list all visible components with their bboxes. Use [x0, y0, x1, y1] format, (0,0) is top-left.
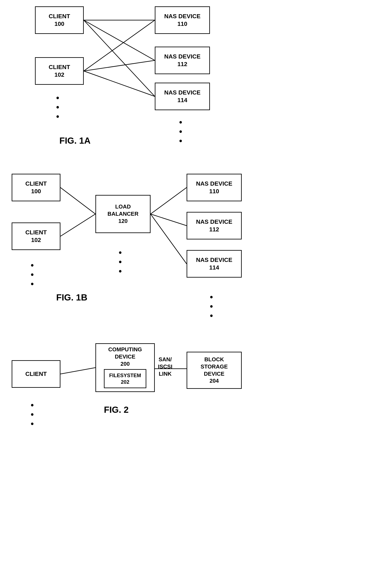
svg-line-9	[151, 214, 187, 226]
svg-line-7	[60, 214, 95, 236]
nas-110-box-1a: NAS DEVICE 110	[155, 6, 210, 34]
client-100-box-1b: CLIENT 100	[12, 174, 60, 201]
fig-1a-label: FIG. 1A	[59, 136, 90, 146]
filesystem-box: FILESYSTEM 202	[104, 369, 146, 388]
svg-line-5	[84, 71, 155, 96]
client-100-label-1b: CLIENT 100	[25, 180, 47, 195]
fig-1b-label: FIG. 1B	[56, 293, 87, 303]
load-balancer-box: LOAD BALANCER 120	[95, 195, 151, 233]
dots-left-1a: •••	[56, 93, 60, 121]
dots-left-2: •••	[31, 400, 34, 428]
dots-right-1b: •••	[210, 293, 213, 320]
nas-114-box-1b: NAS DEVICE 114	[187, 250, 242, 278]
nas-110-label-1b: NAS DEVICE 110	[196, 180, 232, 195]
nas-114-box-1a: NAS DEVICE 114	[155, 83, 210, 110]
nas-112-box-1b: NAS DEVICE 112	[187, 212, 242, 239]
dots-center-1b: •••	[119, 248, 122, 276]
nas-112-label-1b: NAS DEVICE 112	[196, 218, 232, 233]
svg-line-1	[84, 20, 155, 60]
dots-left-1b: •••	[31, 261, 34, 289]
nas-110-box-1b: NAS DEVICE 110	[187, 174, 242, 201]
client-label-2: CLIENT	[25, 370, 47, 378]
san-iscsi-label: SAN/ ISCSI LINK	[158, 356, 172, 377]
nas-112-label-1a: NAS DEVICE 112	[164, 53, 200, 68]
svg-line-10	[151, 214, 187, 264]
svg-line-3	[84, 20, 155, 71]
nas-110-label-1a: NAS DEVICE 110	[164, 13, 200, 28]
block-storage-label: BLOCK STORAGE DEVICE 204	[201, 356, 228, 385]
computing-device-box: COMPUTING DEVICE 200 FILESYSTEM 202	[95, 343, 155, 392]
svg-line-2	[84, 20, 155, 96]
fig-2-label: FIG. 2	[104, 405, 129, 415]
dots-right-1a: •••	[179, 118, 182, 146]
client-102-label-1a: CLIENT 102	[48, 63, 70, 79]
filesystem-label: FILESYSTEM 202	[109, 372, 141, 385]
client-102-box-1a: CLIENT 102	[35, 57, 84, 85]
nas-114-label-1b: NAS DEVICE 114	[196, 256, 232, 272]
svg-line-6	[60, 188, 95, 214]
client-box-2: CLIENT	[12, 360, 60, 388]
nas-112-box-1a: NAS DEVICE 112	[155, 47, 210, 74]
nas-114-label-1a: NAS DEVICE 114	[164, 89, 200, 104]
computing-device-label: COMPUTING DEVICE 200	[96, 346, 154, 367]
client-100-label-1a: CLIENT 100	[48, 13, 70, 28]
client-100-box-1a: CLIENT 100	[35, 6, 84, 34]
svg-line-11	[60, 368, 95, 374]
block-storage-box: BLOCK STORAGE DEVICE 204	[187, 352, 242, 389]
load-balancer-label: LOAD BALANCER 120	[108, 203, 138, 225]
client-102-box-1b: CLIENT 102	[12, 223, 60, 250]
client-102-label-1b: CLIENT 102	[25, 229, 47, 244]
svg-line-8	[151, 188, 187, 214]
svg-line-4	[84, 60, 155, 71]
